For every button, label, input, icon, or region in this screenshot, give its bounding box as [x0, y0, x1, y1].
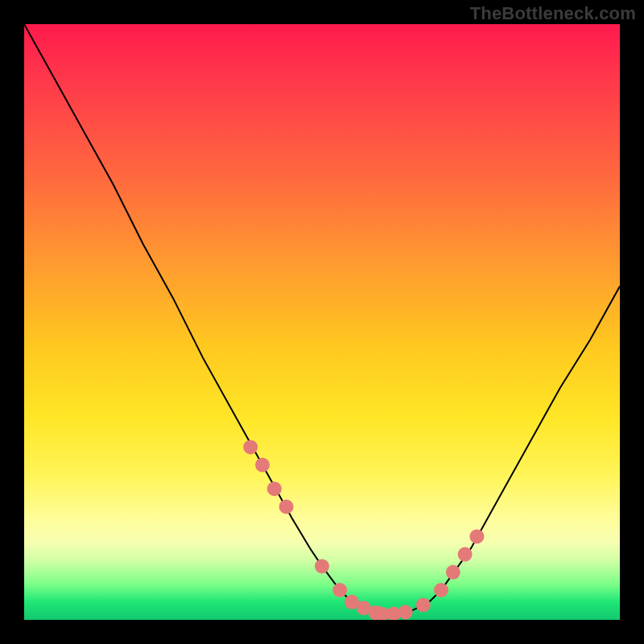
highlight-marker — [332, 583, 347, 597]
highlight-marker — [469, 529, 484, 543]
highlight-marker — [458, 547, 473, 562]
highlight-marker — [398, 605, 413, 619]
highlight-marker — [416, 598, 431, 613]
highlight-marker — [267, 481, 282, 496]
highlight-marker — [434, 583, 448, 597]
plot-area — [24, 24, 620, 620]
watermark-text: TheBottleneck.com — [470, 3, 636, 24]
highlight-marker — [255, 458, 270, 473]
highlight-markers — [243, 440, 484, 620]
curve-layer — [24, 24, 620, 620]
highlight-marker — [243, 440, 258, 454]
chart-frame: TheBottleneck.com — [0, 0, 644, 644]
highlight-marker — [446, 565, 460, 580]
highlight-marker — [315, 559, 329, 573]
bottleneck-curve — [24, 24, 620, 614]
highlight-marker — [279, 499, 294, 514]
